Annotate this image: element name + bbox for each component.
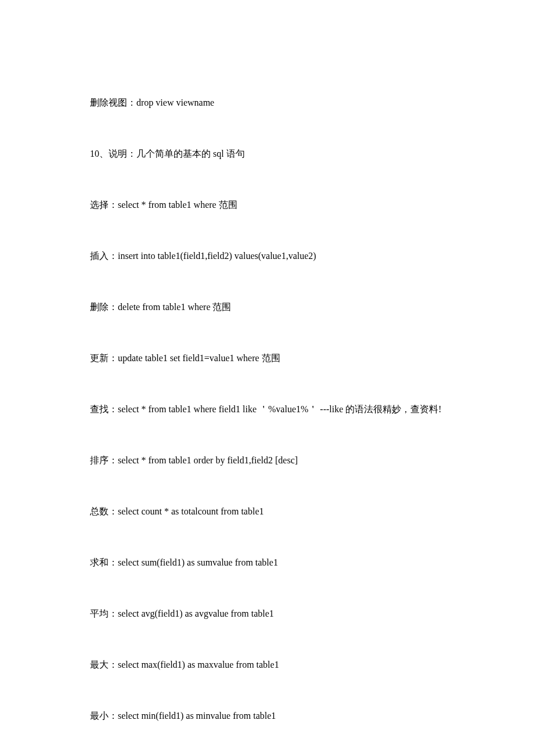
text-line-12: 最小：select min(field1) as minvalue from t… xyxy=(90,709,444,723)
text-line-3: 插入：insert into table1(field1,field2) val… xyxy=(90,249,444,263)
text-line-7: 排序：select * from table1 order by field1,… xyxy=(90,453,444,467)
text-line-0: 删除视图：drop view viewname xyxy=(90,96,444,110)
text-line-6: 查找：select * from table1 where field1 lik… xyxy=(90,402,444,416)
text-line-8: 总数：select count * as totalcount from tab… xyxy=(90,505,444,519)
text-line-5: 更新：update table1 set field1=value1 where… xyxy=(90,351,444,365)
text-line-11: 最大：select max(field1) as maxvalue from t… xyxy=(90,658,444,672)
text-line-10: 平均：select avg(field1) as avgvalue from t… xyxy=(90,607,444,621)
text-line-4: 删除：delete from table1 where 范围 xyxy=(90,300,444,314)
text-line-2: 选择：select * from table1 where 范围 xyxy=(90,198,444,212)
text-line-9: 求和：select sum(field1) as sumvalue from t… xyxy=(90,556,444,570)
text-line-1: 10、说明：几个简单的基本的 sql 语句 xyxy=(90,147,444,161)
